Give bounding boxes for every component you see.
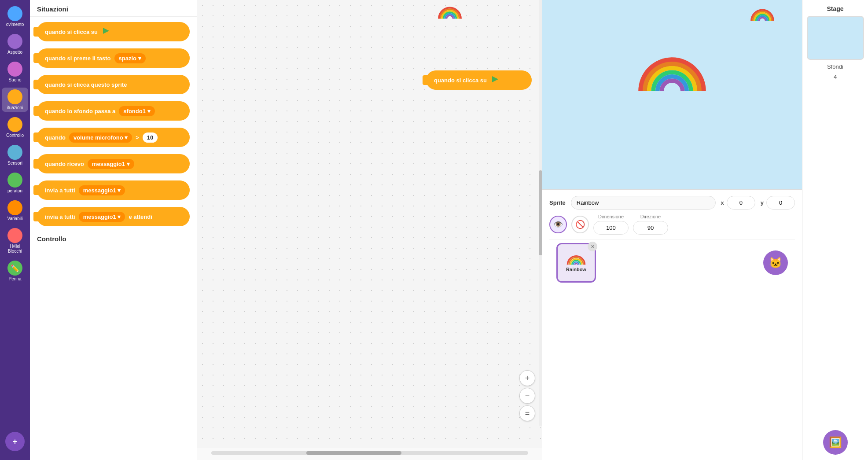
add-extension-button[interactable]: + (5, 432, 25, 451)
suono-circle (7, 62, 22, 77)
block-label-broadcast-wait1: invia a tutti (45, 213, 75, 220)
direzione-input[interactable] (633, 221, 668, 235)
sidebar-item-movimento[interactable]: ovimento (2, 4, 28, 29)
sprite-name-input[interactable] (571, 196, 716, 210)
canvas-block-hat[interactable]: quando si clicca su (426, 70, 532, 90)
canvas-workspace[interactable]: quando si clicca su + − = (197, 0, 542, 448)
stage-side-panel: Stage Sfondi 4 🖼️ (802, 0, 868, 460)
zoom-out-button[interactable]: − (519, 388, 535, 404)
block-broadcast-wait[interactable]: invia a tutti messaggio1 ▾ e attendi (37, 207, 190, 226)
sprite-y-coord: y (761, 196, 795, 210)
sidebar-item-label-variabili: Variabili (7, 216, 23, 221)
block-dropdown-sfondo[interactable]: sfondo1 ▾ (119, 106, 154, 116)
block-label-backdrop: quando lo sfondo passa a (45, 108, 115, 114)
add-extension-icon: + (13, 437, 18, 446)
block-broadcast[interactable]: invia a tutti messaggio1 ▾ (37, 180, 190, 200)
sidebar-item-controllo[interactable]: Controllo (2, 115, 28, 140)
horizontal-scrollbar-container (197, 448, 542, 460)
block-label-when-flag: quando si clicca su (45, 29, 98, 35)
block-when-key-pressed[interactable]: quando si preme il tasto spazio ▾ (37, 48, 190, 68)
zoom-in-button[interactable]: + (519, 370, 535, 386)
sprite-info-row2: 👁️ 🚫 Dimensione Direzione (549, 214, 795, 235)
zoom-reset-button[interactable]: = (519, 405, 535, 421)
penna-circle: ✏️ (7, 261, 22, 276)
dimensione-label: Dimensione (593, 214, 629, 219)
block-label-eattendi: e attendi (129, 213, 152, 220)
stage-title: Stage (827, 5, 843, 12)
horizontal-scrollbar[interactable] (211, 451, 528, 455)
sprites-row: ✕ Rainbow 🐱 (549, 239, 795, 286)
sprite-label: Sprite (549, 199, 566, 206)
zoom-controls: + − = (519, 370, 535, 421)
sfondi-count: 4 (834, 74, 837, 80)
sprite-x-input[interactable] (727, 196, 755, 210)
sprite-y-input[interactable] (766, 196, 795, 210)
sprite-thumb-label: Rainbow (566, 267, 586, 272)
block-value-10[interactable]: 10 (143, 132, 158, 143)
y-label: y (761, 199, 764, 206)
block-label-sprite-click: quando si clicca questo sprite (45, 81, 127, 88)
block-dropdown-msg3[interactable]: messaggio1 ▾ (79, 212, 125, 222)
sidebar-item-aspetto[interactable]: Aspetto (2, 32, 28, 56)
sidebar-item-label-suono: Suono (9, 77, 22, 82)
add-stage-icon: 🖼️ (829, 436, 842, 449)
sidebar-item-label-sensori: Sensori (7, 161, 22, 166)
sfondi-label: Sfondi (827, 63, 843, 70)
sprite-thumb-rainbow[interactable]: ✕ Rainbow (556, 243, 596, 283)
sidebar-item-penna[interactable]: ✏️ Penna (2, 259, 28, 283)
visibility-hide-button[interactable]: 🚫 (571, 216, 589, 233)
svg-marker-1 (492, 76, 498, 82)
direzione-group: Direzione (633, 214, 668, 235)
movimento-circle (7, 6, 22, 21)
sidebar-item-label-movimento: ovimento (6, 22, 24, 27)
add-stage-button[interactable]: 🖼️ (823, 430, 848, 455)
stage-small-rainbow (749, 7, 776, 24)
sprite-thumb-icon (566, 254, 586, 266)
sprite-info-header: Sprite x y (549, 196, 795, 210)
block-when-sprite-clicked[interactable]: quando si clicca questo sprite (37, 75, 190, 94)
variabili-circle (7, 200, 22, 215)
visibility-show-button[interactable]: 👁️ (549, 216, 567, 233)
stage-thumbnail[interactable] (807, 16, 864, 60)
sidebar-item-label-situazioni: ituazioni (7, 105, 23, 110)
sidebar-item-label-penna: Penna (9, 276, 22, 281)
aspetto-circle (7, 34, 22, 49)
sidebar-item-label-miei-blocchi: I MieiBlocchi (8, 244, 22, 254)
sprite-x-coord: x (721, 196, 755, 210)
sidebar-item-operatori[interactable]: peratori (2, 171, 28, 195)
sidebar-item-situazioni[interactable]: ituazioni (2, 88, 28, 112)
horizontal-scrollbar-thumb (306, 451, 401, 455)
block-label-greater: > (136, 134, 139, 141)
block-dropdown-volume[interactable]: volume microfono ▾ (69, 132, 132, 143)
block-when-flag-clicked[interactable]: quando si clicca su (37, 22, 190, 41)
block-dropdown-msg1[interactable]: messaggio1 ▾ (88, 159, 134, 169)
canvas-block-when-flag[interactable]: quando si clicca su (426, 70, 532, 90)
sidebar-item-miei-blocchi[interactable]: I MieiBlocchi (2, 226, 28, 255)
vertical-scrollbar-thumb (539, 170, 542, 255)
block-dropdown-spazio[interactable]: spazio ▾ (114, 53, 146, 63)
sidebar: ovimento Aspetto Suono ituazioni Control… (0, 0, 30, 460)
sidebar-item-label-operatori: peratori (7, 188, 22, 193)
sidebar-item-sensori[interactable]: Sensori (2, 143, 28, 167)
situazioni-circle (7, 89, 22, 104)
block-label-key: quando si preme il tasto (45, 55, 111, 62)
stage-large-rainbow (637, 53, 707, 96)
blocks-list: quando si clicca su quando si preme il t… (30, 17, 197, 232)
sidebar-item-suono[interactable]: Suono (2, 60, 28, 84)
blocks-section-title: Situazioni (30, 0, 197, 17)
dimensione-input[interactable] (593, 221, 629, 235)
block-when-receive[interactable]: quando ricevo messaggio1 ▾ (37, 154, 190, 173)
block-dropdown-msg2[interactable]: messaggio1 ▾ (79, 185, 125, 195)
sprite-delete-button[interactable]: ✕ (588, 242, 597, 251)
sidebar-item-variabili[interactable]: Variabili (2, 199, 28, 223)
flag-icon (101, 27, 111, 37)
block-label-broadcast: invia a tutti (45, 187, 75, 194)
dimensione-group: Dimensione (593, 214, 629, 235)
vertical-scrollbar[interactable] (539, 0, 542, 426)
block-label-volume-quando: quando (45, 134, 66, 141)
block-when-backdrop[interactable]: quando lo sfondo passa a sfondo1 ▾ (37, 101, 190, 121)
sidebar-item-label-aspetto: Aspetto (7, 50, 22, 55)
stage-canvas (542, 0, 802, 189)
add-sprite-button[interactable]: 🐱 (763, 250, 788, 275)
block-when-volume[interactable]: quando volume microfono ▾ > 10 (37, 128, 190, 147)
